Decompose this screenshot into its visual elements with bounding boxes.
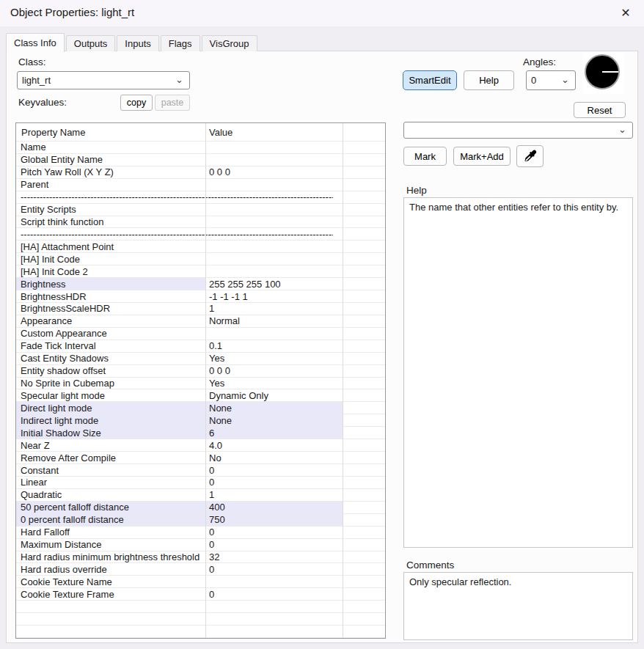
table-row[interactable]: Entity shadow offset0 0 0 <box>16 365 385 378</box>
property-name-cell: Indirect light mode <box>16 414 205 426</box>
property-name-cell: Name <box>16 142 205 153</box>
table-row[interactable]: Entity Scripts <box>16 204 385 216</box>
angle-needle-icon <box>602 71 618 73</box>
property-value-cell <box>205 179 343 191</box>
tab-class-info[interactable]: Class Info <box>6 33 65 52</box>
copy-button[interactable]: copy <box>120 95 153 111</box>
table-row[interactable]: Cast Entity ShadowsYes <box>16 353 385 365</box>
property-value-cell: 0 0 0 <box>205 365 343 377</box>
tab-flags[interactable]: Flags <box>161 35 200 51</box>
table-row[interactable]: [HA] Init Code 2 <box>16 265 385 278</box>
table-row[interactable]: Global Entity Name <box>16 154 385 166</box>
eyedropper-button[interactable] <box>516 145 544 167</box>
separator-dashes: ----------------------------------------… <box>16 228 333 240</box>
property-value-cell: None <box>205 414 343 426</box>
table-row[interactable]: 50 percent falloff distance400 <box>16 502 385 514</box>
table-row[interactable]: AppearanceNormal <box>16 315 385 328</box>
property-value-cell: 1 <box>205 489 343 501</box>
property-name-cell: Hard Falloff <box>16 527 205 538</box>
table-row[interactable]: Remove After CompileNo <box>16 452 385 464</box>
property-value-cell <box>205 216 343 228</box>
table-row[interactable]: Brightness255 255 255 100 <box>16 278 385 290</box>
property-value-cell: 0 <box>205 588 343 600</box>
property-value-cell: 1 <box>205 303 343 315</box>
close-icon[interactable]: ✕ <box>617 4 634 22</box>
help-panel-label: Help <box>406 185 427 196</box>
table-row[interactable]: Cookie Texture Frame0 <box>16 588 385 601</box>
column-header-property-name: Property Name <box>16 123 205 141</box>
table-row[interactable]: Linear0 <box>16 477 385 489</box>
property-name-cell: Initial Shadow Size <box>16 427 205 439</box>
table-row[interactable]: Constant0 <box>16 464 385 477</box>
angle-dial[interactable] <box>585 54 620 89</box>
property-value-cell: 6 <box>205 427 343 439</box>
table-row[interactable]: Pitch Yaw Roll (X Y Z)0 0 0 <box>16 166 385 179</box>
angles-select[interactable]: 0 ⌄ <box>526 70 576 90</box>
property-value-cell <box>205 154 343 166</box>
table-row[interactable]: BrightnessScaleHDR1 <box>16 303 385 315</box>
column-divider <box>343 123 343 638</box>
property-name-cell <box>16 601 205 612</box>
class-select[interactable]: light_rt ⌄ <box>17 71 190 89</box>
table-row[interactable]: Hard radius minimum brightness threshold… <box>16 551 385 564</box>
table-row[interactable] <box>16 613 385 626</box>
table-row[interactable]: Direct light modeNone <box>16 402 385 414</box>
table-row[interactable]: Cookie Texture Name <box>16 576 385 588</box>
table-row[interactable]: Maximum Distance0 <box>16 539 385 551</box>
table-row[interactable]: Near Z4.0 <box>16 439 385 452</box>
property-value-cell: 0 <box>205 563 343 575</box>
value-select[interactable]: ⌄ <box>403 122 633 139</box>
table-row[interactable]: 0 percent falloff distance750 <box>16 514 385 527</box>
comments-box[interactable]: Only specular reflection. <box>403 572 633 640</box>
table-row[interactable] <box>16 626 385 638</box>
smartedit-toggle-button[interactable]: SmartEdit <box>403 70 457 90</box>
reset-button[interactable]: Reset <box>574 102 626 118</box>
property-name-cell: Hard radius minimum brightness threshold <box>16 551 205 563</box>
separator-dashes: ----------------------------------------… <box>16 191 333 203</box>
property-value-cell: Yes <box>205 353 343 364</box>
property-name-cell: Hard radius override <box>16 563 205 575</box>
property-value-cell: 4.0 <box>205 439 343 451</box>
mark-button[interactable]: Mark <box>403 147 447 166</box>
property-value-cell <box>205 576 343 587</box>
table-row[interactable]: Name <box>16 142 385 154</box>
property-name-cell: Entity shadow offset <box>16 365 205 377</box>
table-row[interactable]: Hard Falloff0 <box>16 527 385 539</box>
column-header-value: Value <box>205 123 343 141</box>
table-row[interactable]: Hard radius override0 <box>16 563 385 576</box>
property-value-cell: 0 <box>205 539 343 551</box>
property-name-cell: Constant <box>16 464 205 476</box>
table-row[interactable] <box>16 601 385 613</box>
tab-outputs[interactable]: Outputs <box>66 35 116 51</box>
property-name-cell: Entity Scripts <box>16 204 205 216</box>
table-row[interactable]: BrightnessHDR-1 -1 -1 1 <box>16 290 385 303</box>
property-name-cell: Maximum Distance <box>16 539 205 551</box>
property-value-cell <box>205 204 343 216</box>
property-name-cell: Direct light mode <box>16 402 205 414</box>
property-name-cell <box>16 626 205 637</box>
paste-button[interactable]: paste <box>155 95 190 111</box>
property-name-cell: Specular light mode <box>16 389 205 401</box>
table-row[interactable]: Custom Appearance <box>16 328 385 340</box>
table-row[interactable]: Script think function <box>16 216 385 229</box>
separator-row[interactable]: ----------------------------------------… <box>16 228 385 241</box>
property-name-cell: [HA] Attachment Point <box>16 241 205 252</box>
property-value-cell: 0 <box>205 477 343 488</box>
tab-inputs[interactable]: Inputs <box>117 35 158 51</box>
table-row[interactable]: Parent <box>16 179 385 191</box>
table-row[interactable]: [HA] Attachment Point <box>16 241 385 253</box>
tab-visgroup[interactable]: VisGroup <box>202 35 257 51</box>
property-name-cell <box>16 613 205 625</box>
chevron-down-icon: ⌄ <box>561 74 569 85</box>
table-row[interactable]: Quadratic1 <box>16 489 385 502</box>
table-row[interactable]: Fade Tick Interval0.1 <box>16 340 385 353</box>
property-value-cell: Yes <box>205 378 343 389</box>
table-row[interactable]: Indirect light modeNone <box>16 414 385 427</box>
table-row[interactable]: Initial Shadow Size6 <box>16 427 385 439</box>
table-row[interactable]: [HA] Init Code <box>16 253 385 265</box>
table-row[interactable]: No Sprite in CubemapYes <box>16 378 385 390</box>
help-button[interactable]: Help <box>464 70 514 90</box>
separator-row[interactable]: ----------------------------------------… <box>16 191 385 204</box>
mark-add-button[interactable]: Mark+Add <box>453 147 511 166</box>
table-row[interactable]: Specular light modeDynamic Only <box>16 389 385 402</box>
